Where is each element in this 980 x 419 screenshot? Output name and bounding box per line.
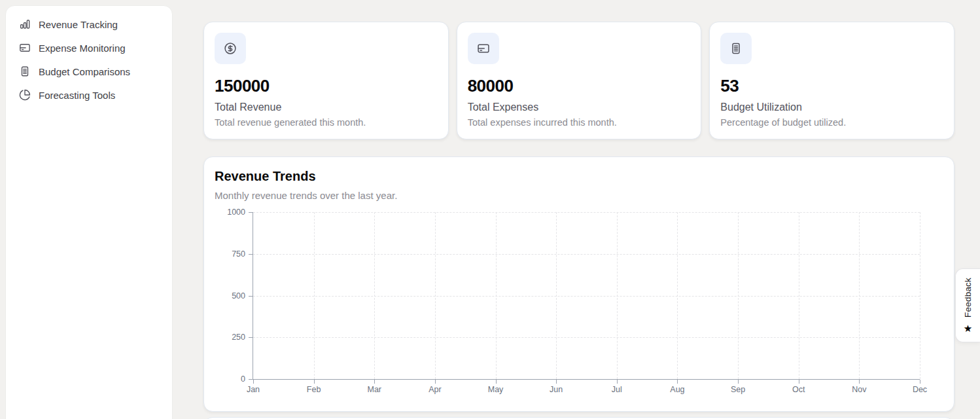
stat-description: Percentage of budget utilized. [720,117,943,128]
stat-value: 80000 [468,76,691,96]
y-axis-label: 1000 [227,208,245,217]
sidebar-item-label: Expense Monitoring [39,43,126,54]
notepad-icon [19,65,31,77]
sidebar-item-expense-monitoring[interactable]: Expense Monitoring [11,36,167,60]
sidebar-item-label: Budget Comparisons [39,66,130,77]
sidebar-item-label: Revenue Tracking [39,19,118,30]
gridline-vertical [799,212,799,379]
x-axis-tick [435,380,436,384]
x-axis-tick [556,380,557,384]
x-axis-tick [677,380,678,384]
notepad-icon [720,33,752,64]
x-axis-tick [374,380,375,384]
sidebar-item-label: Forecasting Tools [39,90,115,101]
sidebar-item-revenue-tracking[interactable]: Revenue Tracking [11,12,167,36]
sidebar-item-forecasting-tools[interactable]: Forecasting Tools [11,83,167,107]
dollar-circle-icon [215,33,246,64]
x-axis-tick [799,380,799,384]
gridline-horizontal [253,212,920,213]
gridline-vertical [920,212,920,379]
chart-subtitle: Monthly revenue trends over the last yea… [215,190,943,201]
x-axis-tick [496,380,497,384]
x-axis-label: May [488,385,504,394]
gridline-horizontal [253,254,920,255]
gridline-vertical [374,212,375,379]
y-axis-label: 0 [241,374,245,384]
stat-card-total-expenses: 80000 Total Expenses Total expenses incu… [457,22,702,139]
stat-label: Budget Utilization [720,101,943,113]
y-axis-tick [249,379,253,380]
credit-card-icon [19,42,31,54]
stat-value: 53 [720,76,943,96]
x-axis-label: Jun [550,385,563,394]
revenue-trends-card: Revenue Trends Monthly revenue trends ov… [203,156,954,412]
chart-title: Revenue Trends [215,169,943,184]
y-axis-tick [249,212,253,213]
x-axis-tick [859,380,860,384]
star-icon: ★ [964,323,972,333]
gridline-vertical [859,212,860,379]
x-axis-label: Feb [307,385,321,394]
stats-row: 150000 Total Revenue Total revenue gener… [203,22,954,139]
credit-card-icon [468,33,499,64]
stat-description: Total expenses incurred this month. [468,117,691,128]
x-axis-label: Oct [792,385,805,394]
x-axis-tick [738,380,739,384]
feedback-button[interactable]: Feedback ★ [955,268,980,342]
gridline-horizontal [253,296,920,297]
stat-card-total-revenue: 150000 Total Revenue Total revenue gener… [203,22,449,139]
plot-area: 02505007501000JanFebMarAprMayJunJulAugSe… [253,212,920,380]
pie-chart-icon [19,89,31,101]
x-axis-tick [617,380,618,384]
stat-card-budget-utilization: 53 Budget Utilization Percentage of budg… [709,22,954,139]
gridline-horizontal [253,337,920,338]
x-axis-label: Apr [429,385,441,394]
stat-label: Total Expenses [468,101,691,113]
gridline-vertical [738,212,739,379]
gridline-vertical [677,212,678,379]
bar-chart-icon [19,18,31,30]
x-axis-label: Jul [612,385,622,394]
stat-description: Total revenue generated this month. [215,117,438,128]
gridline-vertical [617,212,618,379]
main-content: 150000 Total Revenue Total revenue gener… [203,22,954,412]
gridline-vertical [496,212,497,379]
sidebar-item-budget-comparisons[interactable]: Budget Comparisons [11,60,167,83]
y-axis-label: 500 [232,291,245,301]
feedback-label: Feedback [963,278,973,318]
stat-value: 150000 [215,76,438,96]
gridline-vertical [314,212,315,379]
x-axis-label: Mar [368,385,382,394]
y-axis-label: 750 [232,249,245,259]
x-axis-label: Aug [670,385,684,394]
sidebar: Revenue Tracking Expense Monitoring Budg… [5,5,173,419]
y-axis-tick [249,337,253,338]
x-axis-label: Dec [913,385,927,394]
x-axis-tick [253,380,254,384]
x-axis-label: Jan [247,385,260,394]
x-axis-label: Sep [731,385,745,394]
x-axis-label: Nov [852,385,866,394]
stat-label: Total Revenue [215,101,438,113]
y-axis-label: 250 [232,333,245,342]
gridline-vertical [556,212,557,379]
x-axis-tick [314,380,315,384]
y-axis-tick [249,296,253,297]
gridline-vertical [435,212,436,379]
x-axis-tick [920,380,920,384]
y-axis-tick [249,254,253,255]
